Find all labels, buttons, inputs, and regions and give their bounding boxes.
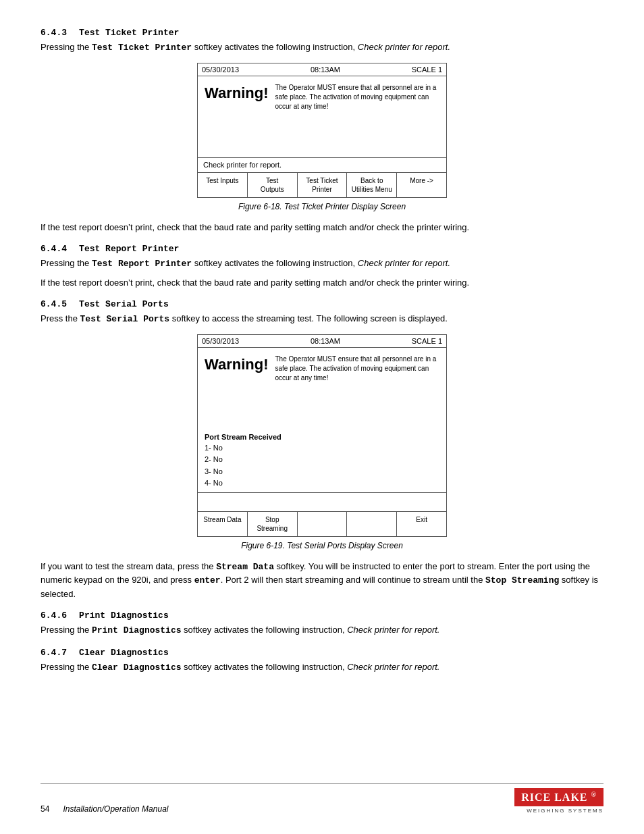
- enter-key: enter: [194, 575, 221, 585]
- section-heading-6-4-5: 6.4.5 Test Serial Ports: [41, 298, 603, 309]
- section-num-4-4: 6.4.4: [41, 244, 67, 254]
- screen-date-2: 05/30/2013: [202, 337, 239, 345]
- port-2: 2- No: [205, 454, 439, 466]
- port-1: 1- No: [205, 442, 439, 454]
- caption-6-18: Figure 6-18. Test Ticket Printer Display…: [41, 202, 603, 211]
- btn-empty-2: [347, 512, 397, 536]
- instruction-italic: Check printer for report.: [358, 42, 450, 52]
- section-num: 6.4.3: [41, 28, 67, 38]
- footer-right: RICE LAKE ® WEIGHING SYSTEMS: [514, 788, 603, 814]
- section-num-4-6: 6.4.6: [41, 610, 67, 621]
- figure-6-18-wrapper: 05/30/2013 08:13AM SCALE 1 Warning! The …: [41, 63, 603, 198]
- warning-label-1: Warning!: [205, 84, 269, 111]
- softkey-test-report-printer: Test Report Printer: [92, 259, 192, 269]
- instruction-6-4-6: Check printer for report.: [347, 625, 439, 635]
- section-title: Test Ticket Printer: [79, 28, 179, 38]
- warning-label-2: Warning!: [205, 356, 269, 383]
- figure-6-18-screen: 05/30/2013 08:13AM SCALE 1 Warning! The …: [197, 63, 447, 198]
- btn-test-inputs[interactable]: Test Inputs: [198, 173, 248, 197]
- section-6-4-4-followup: If the test report doesn’t print, check …: [41, 276, 603, 290]
- warning-text-1: The Operator MUST ensure that all person…: [275, 82, 440, 111]
- softkey-clear-diagnostics: Clear Diagnostics: [92, 662, 182, 673]
- section-heading-6-4-7: 6.4.7 Clear Diagnostics: [41, 647, 603, 658]
- section-title-4-4: Test Report Printer: [79, 244, 179, 254]
- section-6-4-5-followup: If you want to test the stream data, pre…: [41, 560, 603, 601]
- btn-more[interactable]: More ->: [397, 173, 446, 197]
- btn-empty-1: [298, 512, 348, 536]
- instruction-6-4-4: Check printer for report.: [358, 258, 450, 268]
- warning-text-2: The Operator MUST ensure that all person…: [275, 353, 440, 383]
- softkey-test-ticket-printer: Test Ticket Printer: [92, 43, 192, 53]
- logo-box: RICE LAKE ®: [514, 788, 603, 806]
- figure-6-19-screen: 05/30/2013 08:13AM SCALE 1 Warning! The …: [197, 334, 447, 537]
- softkey-test-serial-ports: Test Serial Ports: [80, 314, 170, 324]
- section-6-4-3-intro: Pressing the Test Ticket Printer softkey…: [41, 41, 603, 55]
- screen-header-1: 05/30/2013 08:13AM SCALE 1: [198, 63, 446, 76]
- port-4: 4- No: [205, 477, 439, 490]
- section-6-4-3: 6.4.3 Test Ticket Printer Pressing the T…: [41, 27, 603, 234]
- section-title-4-6: Print Diagnostics: [79, 610, 169, 621]
- softkey-stream-data: Stream Data: [216, 562, 274, 572]
- section-6-4-3-followup: If the test report doesn’t print, check …: [41, 221, 603, 234]
- btn-test-ticket-printer[interactable]: Test TicketPrinter: [298, 173, 348, 197]
- rice-lake-logo: RICE LAKE ® WEIGHING SYSTEMS: [514, 788, 603, 814]
- section-title-4-5: Test Serial Ports: [79, 299, 169, 309]
- section-6-4-5-intro: Press the Test Serial Ports softkey to a…: [41, 312, 603, 326]
- section-title-4-7: Clear Diagnostics: [79, 648, 169, 658]
- figure-6-19-wrapper: 05/30/2013 08:13AM SCALE 1 Warning! The …: [41, 334, 603, 537]
- section-heading-6-4-3: 6.4.3 Test Ticket Printer: [41, 27, 603, 38]
- section-6-4-7-intro: Pressing the Clear Diagnostics softkey a…: [41, 660, 603, 675]
- section-6-4-6-intro: Pressing the Print Diagnostics softkey a…: [41, 623, 603, 637]
- section-6-4-4: 6.4.4 Test Report Printer Pressing the T…: [41, 243, 603, 289]
- screen-body-2: Warning! The Operator MUST ensure that a…: [198, 348, 446, 429]
- screen-scale-1: SCALE 1: [412, 66, 442, 74]
- screen-buttons-2: Stream Data StopStreaming Exit: [198, 511, 446, 536]
- btn-exit[interactable]: Exit: [397, 512, 446, 536]
- port-stream-header: Port Stream Received: [205, 433, 439, 441]
- instruction-6-4-7: Check printer for report.: [347, 662, 439, 672]
- screen-time-1: 08:13AM: [311, 66, 340, 74]
- logo-registered: ®: [591, 791, 597, 798]
- logo-text: RICE LAKE: [521, 791, 587, 803]
- page-number: 54: [41, 804, 49, 814]
- softkey-print-diagnostics: Print Diagnostics: [92, 625, 182, 635]
- screen-date-1: 05/30/2013: [202, 66, 239, 74]
- section-num-4-7: 6.4.7: [41, 648, 67, 658]
- caption-6-19: Figure 6-19. Test Serial Ports Display S…: [41, 541, 603, 550]
- section-6-4-6: 6.4.6 Print Diagnostics Pressing the Pri…: [41, 610, 603, 637]
- screen-time-2: 08:13AM: [311, 337, 340, 345]
- btn-stop-streaming[interactable]: StopStreaming: [248, 512, 298, 536]
- manual-title: Installation/Operation Manual: [63, 804, 168, 814]
- section-heading-6-4-4: 6.4.4 Test Report Printer: [41, 243, 603, 254]
- screen-status-2: [198, 492, 446, 511]
- btn-test-outputs[interactable]: TestOutputs: [248, 173, 298, 197]
- screen-buttons-1: Test Inputs TestOutputs Test TicketPrint…: [198, 172, 446, 197]
- section-heading-6-4-6: 6.4.6 Print Diagnostics: [41, 610, 603, 621]
- port-3: 3- No: [205, 466, 439, 478]
- screen-scale-2: SCALE 1: [412, 337, 442, 345]
- screen-body-1: Warning! The Operator MUST ensure that a…: [198, 76, 446, 157]
- screen-status-1: Check printer for report.: [198, 157, 446, 172]
- port-stream-section: Port Stream Received 1- No 2- No 3- No 4…: [198, 429, 446, 492]
- btn-stream-data[interactable]: Stream Data: [198, 512, 248, 536]
- section-6-4-5: 6.4.5 Test Serial Ports Press the Test S…: [41, 298, 603, 600]
- screen-header-2: 05/30/2013 08:13AM SCALE 1: [198, 335, 446, 348]
- logo-sub: WEIGHING SYSTEMS: [527, 808, 603, 814]
- footer-left: 54 Installation/Operation Manual: [41, 804, 168, 814]
- section-6-4-7: 6.4.7 Clear Diagnostics Pressing the Cle…: [41, 647, 603, 675]
- btn-back-to-utilities[interactable]: Back toUtilities Menu: [347, 173, 397, 197]
- section-6-4-4-intro: Pressing the Test Report Printer softkey…: [41, 257, 603, 271]
- softkey-stop-streaming: Stop Streaming: [485, 575, 559, 585]
- footer: 54 Installation/Operation Manual RICE LA…: [41, 783, 603, 814]
- section-num-4-5: 6.4.5: [41, 299, 67, 309]
